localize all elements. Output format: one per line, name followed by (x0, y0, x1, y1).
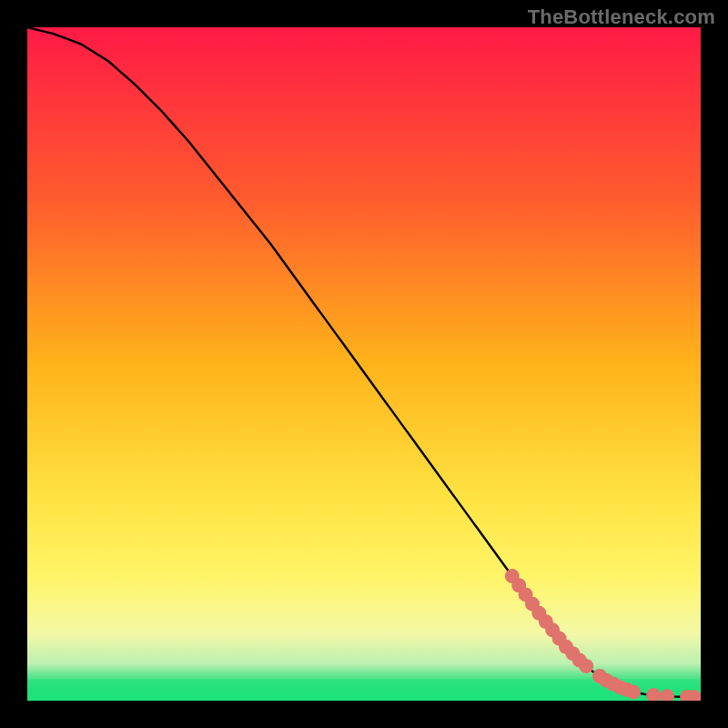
chart-svg (0, 0, 728, 728)
curve-marker (579, 659, 593, 673)
curve-marker (646, 688, 661, 703)
chart-stage: TheBottleneck.com (0, 0, 728, 728)
curve-marker (660, 689, 674, 703)
curve-marker (687, 690, 702, 704)
gradient-background (27, 27, 701, 701)
curve-marker (626, 684, 641, 699)
